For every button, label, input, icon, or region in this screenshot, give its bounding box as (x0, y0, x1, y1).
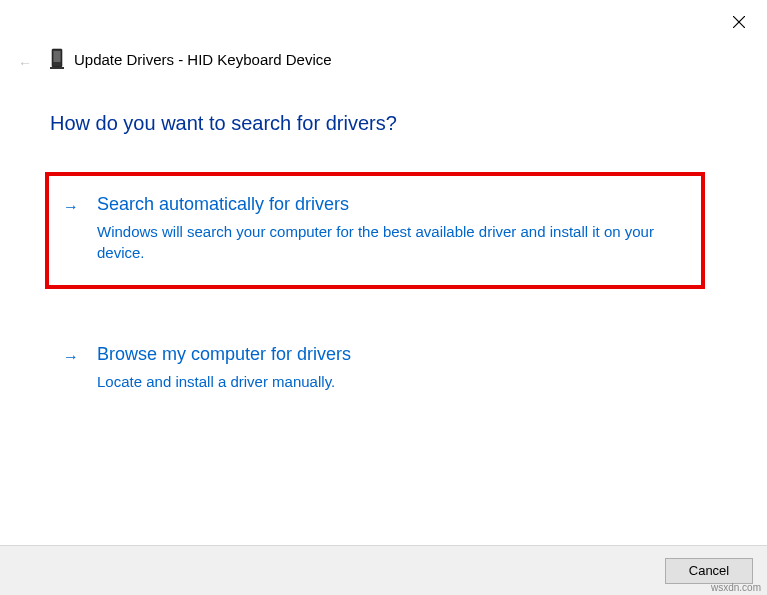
dialog-footer: Cancel (0, 545, 767, 595)
close-icon (733, 16, 745, 28)
arrow-right-icon: → (63, 348, 79, 366)
option-browse-computer[interactable]: → Browse my computer for drivers Locate … (45, 322, 705, 418)
dialog-title: Update Drivers - HID Keyboard Device (74, 51, 332, 68)
option-description: Locate and install a driver manually. (97, 371, 677, 392)
svg-rect-4 (50, 67, 64, 69)
svg-rect-3 (54, 51, 61, 62)
back-arrow-icon: ← (18, 55, 32, 71)
watermark: wsxdn.com (711, 582, 761, 593)
option-description: Windows will search your computer for th… (97, 221, 677, 263)
device-icon (50, 48, 64, 70)
main-question: How do you want to search for drivers? (50, 112, 397, 135)
close-button[interactable] (729, 12, 749, 32)
option-title: Search automatically for drivers (97, 194, 681, 215)
arrow-right-icon: → (63, 198, 79, 216)
dialog-header: Update Drivers - HID Keyboard Device (50, 48, 332, 70)
cancel-button[interactable]: Cancel (665, 558, 753, 584)
option-search-automatically[interactable]: → Search automatically for drivers Windo… (45, 172, 705, 289)
option-title: Browse my computer for drivers (97, 344, 681, 365)
